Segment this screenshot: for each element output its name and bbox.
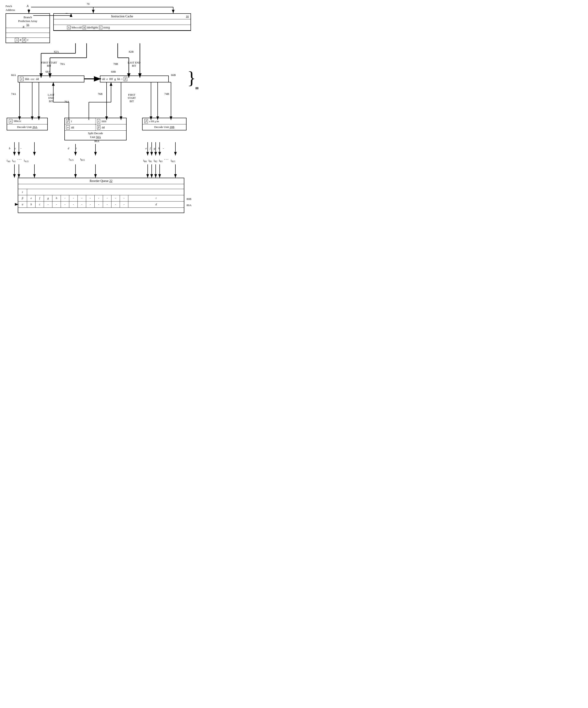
bpa-title: BranchPrediction Array56 [6,14,50,28]
bpa-row-2 [6,33,50,38]
letter-e: e [146,147,147,150]
rq-alpha-cell: α [18,202,27,207]
ic-title-row: Instruction Cache 16 [54,14,190,19]
rq-d-cell: d [128,202,184,207]
diagram-container: FetchAddress A 70 72 PORT 2 PORT 1 Branc… [0,0,200,9]
ib15-label: IB15 [171,159,176,163]
i-labels-mid: IA15 IB15 [69,158,85,161]
label-88: 88 [195,87,198,90]
first-start-bit-label: FIRST STARTBIT [41,61,57,67]
label-80b: 80B [187,197,191,201]
decode-right-content: e ffff g hh [149,120,159,123]
ic-cell-a: A [67,26,71,29]
decode-right-row: β e ffff g hh [143,118,186,124]
rq-dash8: - [120,195,128,201]
win-right-beta: β [124,77,127,81]
rq-g-cell: g [44,195,53,201]
rq-empty-bottom [18,208,184,213]
label-66b: 66B [171,73,176,77]
rq-a-dash8: - [103,202,112,207]
label-82a: 82A [54,50,59,54]
rq-dash4: - [86,195,95,201]
label-76a: 76A [64,100,69,104]
ib3-label: IB3 [159,159,162,163]
rq-epsilon-cell: ε [18,189,27,195]
split-epsilon: ε [97,119,100,123]
rq-c-cell: c [35,202,44,207]
last-end-bit-left-label: LASTENDBIT [48,93,54,103]
rq-a-dash3: - [61,202,69,207]
ib2-label: IB2 [154,159,157,163]
letter-f: f [150,147,151,150]
split-bottom-row: α dd β dd [65,124,126,130]
ic-row-content: A bbbcccdd B ddefffghhi C iiiiiiijj [54,25,190,30]
bpa-b-label: B [23,25,24,29]
branch-prediction-array-box: BranchPrediction Array56 A B B C B [5,13,50,43]
win-left-content: bbb ccc dd [25,77,39,81]
split-i: i [71,120,72,123]
reorder-queue-box: Reorder Queue 22 ε β e f g h - - - - - -… [18,178,184,213]
ic-text-3: iiiiiiijj [103,26,111,29]
win-left-alpha: α [20,77,24,81]
rq-alpha-row: α b c - - - - - - - - - - d [18,202,184,208]
label-66a: 66A [11,73,16,77]
first-start-bit-right-label: FIRSTSTARTBIT [128,93,136,103]
rq-b-cell: b [27,202,35,207]
split-decode-label: Split DecodeUnit 50A [65,130,126,140]
ib0-label: IB0 [143,159,147,163]
bpa-row-cells: A B B C B [6,38,50,43]
rq-i-cell: i [128,195,184,201]
ia15-mid-label: IA15 [69,158,73,161]
rq-dash7: - [112,195,120,201]
decode-unit-right: β e ffff g hh Decode Unit 20B [142,118,187,130]
split-top-left: β i [65,118,96,124]
bpa-cell-a: A [15,38,19,42]
ia0-label: IA0 [7,159,10,163]
bpa-cell-b1: B [20,38,21,42]
ib1-label: IB1 [149,159,152,163]
decode-right-label: Decode Unit 20B [143,124,186,130]
letter-d: d [68,147,69,150]
decode-letters-mid: d i [68,147,76,150]
label-68b: 68B [111,70,116,73]
split-bottom-right: β dd [96,124,126,130]
split-dd-1: dd [71,126,74,129]
rq-dash3: - [78,195,86,201]
label-76b: 76B [98,92,102,96]
dots-left: ··· [17,158,22,163]
decode-letters-left: b c - [9,147,22,150]
rq-beta-cell: β [18,195,27,201]
split-dd-2: dd [102,126,104,129]
bpa-cell-b2: B [22,38,26,42]
decode-left-row: α bbbccc [7,118,47,124]
label-78a: 78A [60,62,65,66]
ib15-mid-label: IB15 [80,158,85,161]
split-iiiiii: iiiiii [101,120,106,123]
decode-unit-left: α bbbccc Decode Unit 20A [7,118,48,130]
ic-title: Instruction Cache [111,14,133,18]
letter-b: b [9,147,10,150]
ic-cell-c: C [99,26,102,29]
ic-row-1 [54,19,190,25]
split-beta-2: β [97,125,101,129]
ic-text-1: bbbcccdd [71,26,82,29]
rq-a-dash10: - [120,202,128,207]
decode-left-label: Decode Unit 20A [7,124,47,130]
i-labels-left: IA0 IA1 ··· IA15 [7,158,29,163]
label-68a: 68A [45,70,51,73]
rq-a-dash6: - [86,202,95,207]
rq-number: 22 [109,179,112,183]
rq-a-dash1: - [44,202,53,207]
fetch-address-label: FetchAddress [5,4,15,12]
decode-window-left: α bbb ccc dd [18,76,84,82]
rq-a-dash4: - [69,202,78,207]
split-top-right: ε iiiiii [96,118,126,124]
ic-number: 16 [186,14,189,18]
label-78b: 78B [113,62,118,66]
label-80a: 80A [187,204,191,207]
ia15-label: IA15 [24,159,28,163]
rq-dash5: - [95,195,103,201]
letter-dash-2: - [163,147,164,150]
decode-right-beta: β [144,119,148,123]
rq-h-cell: h [53,195,61,201]
